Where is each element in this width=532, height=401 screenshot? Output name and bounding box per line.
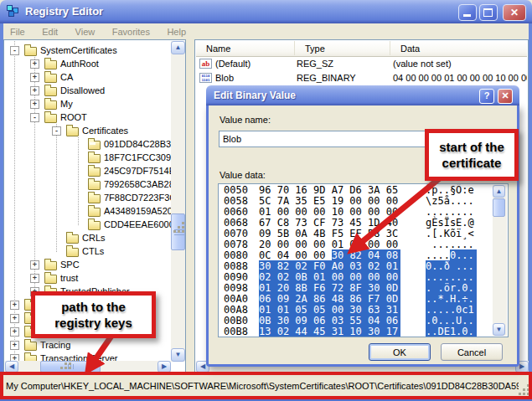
minimize-button[interactable] [458, 4, 477, 21]
tree-vertical-scrollbar[interactable] [171, 41, 185, 362]
column-header-name[interactable]: Name [196, 41, 295, 55]
column-header-type[interactable]: Type [295, 41, 390, 55]
hex-row: 009002 02 0B 01 00 00 00 00........ [219, 271, 508, 282]
hex-vertical-scrollbar[interactable] [493, 185, 507, 336]
expand-icon[interactable] [30, 260, 39, 270]
hex-offset: 0060 [224, 206, 248, 218]
value-name-label: Value name: [220, 115, 271, 125]
tree-item-spc[interactable]: SPC [5, 258, 171, 271]
value-row-blob[interactable]: Blob REG_BINARY 04 00 00 00 01 00 00 00 … [196, 71, 527, 85]
value-row-default[interactable]: (Default) REG_SZ (value not set) [196, 57, 527, 71]
scroll-up-button[interactable] [493, 185, 505, 198]
help-button[interactable] [479, 89, 494, 104]
dialog-title-bar[interactable]: Edit Binary Value [206, 85, 519, 105]
value-type: REG_SZ [297, 59, 333, 69]
resize-grip-icon[interactable] [519, 385, 529, 395]
tree-item-ctls[interactable]: CTLs [5, 244, 171, 258]
tree-item-label: CDD4EEAE6000AC7 [104, 219, 171, 229]
value-data-label: Value data: [220, 170, 266, 180]
tree-item-certificate-key[interactable]: 7F88CD7223F3C81 [5, 191, 171, 204]
tree-item-label: CA [60, 72, 73, 82]
tree-item-label: CTLs [82, 246, 104, 256]
scroll-right-button[interactable] [158, 361, 171, 373]
close-button[interactable] [503, 4, 526, 21]
scroll-up-button[interactable] [171, 41, 185, 54]
hex-row: 006867 C8 73 CF 73 45 1D 40gÈsÏsE.@ [219, 217, 508, 228]
window-border-right [529, 23, 532, 401]
value-type: REG_BINARY [297, 73, 356, 83]
tree-item-certificates[interactable]: Certificates [5, 124, 171, 137]
menu-file[interactable]: File [3, 24, 32, 37]
menu-favorites[interactable]: Favorites [106, 24, 157, 37]
dialog-title: Edit Binary Value [214, 90, 296, 101]
title-bar[interactable]: Registry Editor [0, 0, 532, 23]
value-name: Blob [215, 73, 234, 83]
scroll-left-button[interactable] [5, 361, 18, 373]
binary-value-icon [199, 73, 212, 83]
window-title: Registry Editor [25, 5, 103, 18]
scroll-down-button[interactable] [171, 348, 185, 362]
value-data: (value not set) [393, 59, 452, 69]
tree-item-label: 7992658C3AB2892 [104, 179, 171, 189]
collapse-icon[interactable] [30, 113, 39, 122]
cancel-button[interactable]: Cancel [441, 343, 503, 361]
tree-item-tracing[interactable]: Tracing [5, 338, 171, 352]
scrollbar-thumb[interactable] [40, 361, 101, 373]
tree-item-certificate-key[interactable]: 245C97DF7514E7C [5, 164, 171, 177]
menu-view[interactable]: View [69, 24, 102, 37]
menu-edit[interactable]: Edit [35, 24, 65, 37]
expand-icon[interactable] [10, 327, 19, 337]
folder-icon [66, 127, 79, 136]
dialog-close-button[interactable] [498, 89, 513, 104]
hex-row: 00B813 02 44 45 31 10 30 17..DE1.0. [219, 326, 508, 337]
hex-row: 009801 20 8B F6 72 8F 30 0D. .ör.0. [219, 282, 508, 293]
folder-icon [44, 100, 57, 110]
tree-item-certificate-key[interactable]: CDD4EEAE6000AC7 [5, 218, 171, 231]
folder-icon [24, 342, 37, 351]
expand-icon[interactable] [30, 73, 39, 82]
tree-item-systemcertificates[interactable]: SystemCertificates [5, 44, 171, 57]
scrollbar-thumb[interactable] [493, 198, 505, 217]
folder-icon [66, 234, 79, 244]
tree-item-my[interactable]: My [5, 97, 171, 111]
tree-item-certificate-key[interactable]: 18F7C1FCC309020 [5, 151, 171, 164]
tree-item-label: CRLs [82, 233, 106, 243]
tree-item-authroot[interactable]: AuthRoot [5, 57, 171, 70]
tree-item-ca[interactable]: CA [5, 70, 171, 84]
collapse-icon[interactable] [52, 126, 61, 136]
path-annotation: path to the registry keys [31, 291, 156, 338]
expand-icon[interactable] [10, 341, 19, 350]
annotation-text: start of the [439, 139, 504, 155]
collapse-icon[interactable] [10, 46, 19, 55]
expand-icon[interactable] [30, 59, 39, 69]
tree-item-label: 091DD84C28B30DA [104, 139, 171, 149]
expand-icon[interactable] [30, 274, 39, 283]
value-name: (Default) [215, 59, 251, 69]
expand-icon[interactable] [10, 301, 19, 310]
folder-icon [88, 208, 101, 217]
hex-row: 006001 00 00 00 10 00 00 00........ [219, 206, 508, 217]
folder-icon [44, 60, 57, 69]
tree-item-label: AuthRoot [60, 59, 99, 69]
tree-horizontal-scrollbar[interactable] [5, 361, 171, 373]
folder-icon [66, 248, 79, 257]
scroll-down-button[interactable] [493, 323, 505, 336]
column-header-data[interactable]: Data [390, 41, 529, 55]
tree-item-label: Disallowed [60, 85, 105, 95]
tree-item-root[interactable]: ROOT [5, 111, 171, 124]
value-data-hex-editor[interactable]: 005096 70 16 9D A7 D6 3A 65.p..§Ö:e 0058… [218, 183, 509, 337]
expand-icon[interactable] [30, 100, 39, 109]
tree-item-disallowed[interactable]: Disallowed [5, 84, 171, 97]
ok-button[interactable]: OK [369, 343, 431, 361]
menu-help[interactable]: Help [160, 24, 193, 37]
hex-row: 00585C 7A 35 E5 19 00 00 00\z5å.... [219, 195, 508, 206]
tree-item-certificate-key[interactable]: 7992658C3AB2892 [5, 177, 171, 191]
tree-item-certificate-key[interactable]: A43489159A520F0 [5, 204, 171, 218]
expand-icon[interactable] [30, 86, 39, 95]
maximize-button[interactable] [479, 4, 498, 21]
scrollbar-thumb[interactable] [171, 213, 185, 250]
expand-icon[interactable] [10, 314, 19, 323]
tree-item-certificate-key[interactable]: 091DD84C28B30DA [5, 137, 171, 151]
tree-item-crls[interactable]: CRLs [5, 231, 171, 244]
tree-item-trust[interactable]: trust [5, 271, 171, 285]
